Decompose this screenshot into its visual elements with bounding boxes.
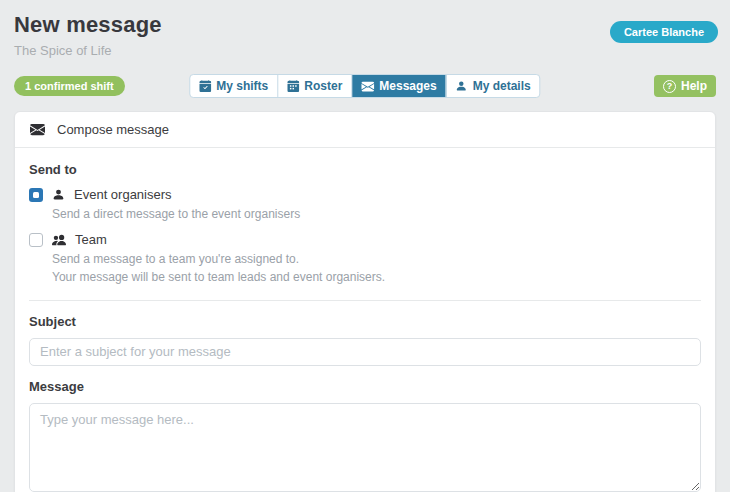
tab-label: My details: [473, 79, 531, 93]
help-label: Help: [681, 79, 707, 93]
option-description: Send a message to a team you're assigned…: [52, 251, 701, 267]
tab-bar: My shifts Roster Messages My details: [189, 74, 540, 98]
option-description: Send a direct message to the event organ…: [52, 206, 701, 222]
org-button[interactable]: Cartee Blanche: [610, 21, 718, 43]
person-icon: [456, 80, 468, 92]
message-textarea[interactable]: [29, 403, 701, 492]
section-divider: [29, 300, 701, 301]
subject-input[interactable]: [29, 338, 701, 366]
page: New message The Spice of Life Cartee Bla…: [0, 0, 730, 492]
option-label: Event organisers: [74, 187, 172, 202]
message-field-group: Message: [29, 379, 701, 492]
tab-label: My shifts: [216, 79, 268, 93]
tab-roster[interactable]: Roster: [278, 75, 352, 97]
option-row[interactable]: Team: [29, 232, 701, 247]
tab-my-details[interactable]: My details: [447, 75, 540, 97]
tab-messages[interactable]: Messages: [352, 75, 446, 97]
tab-my-shifts[interactable]: My shifts: [190, 75, 278, 97]
option-description: Your message will be sent to team leads …: [52, 269, 701, 285]
toolbar: 1 confirmed shift My shifts Roster Messa…: [14, 74, 716, 98]
compose-card-body: Send to Event organisers Send a direct m…: [15, 148, 715, 492]
subject-label: Subject: [29, 314, 701, 329]
team-checkbox[interactable]: [29, 233, 43, 247]
tab-label: Messages: [379, 79, 436, 93]
option-row[interactable]: Event organisers: [29, 187, 701, 202]
compose-card: Compose message Send to Event organisers…: [14, 111, 716, 492]
calendar-icon: [287, 80, 299, 92]
compose-header-label: Compose message: [57, 122, 169, 137]
question-circle-icon: ?: [663, 80, 676, 93]
envelope-icon: [30, 122, 45, 137]
confirmed-shift-badge: 1 confirmed shift: [14, 76, 125, 96]
page-subtitle: The Spice of Life: [14, 43, 716, 58]
envelope-icon: [361, 80, 374, 93]
send-to-label: Send to: [29, 162, 701, 177]
option-label: Team: [75, 232, 107, 247]
subject-field-group: Subject: [29, 314, 701, 366]
tab-label: Roster: [304, 79, 342, 93]
page-header: New message The Spice of Life Cartee Bla…: [14, 12, 716, 58]
event-organisers-checkbox[interactable]: [29, 188, 43, 202]
message-label: Message: [29, 379, 701, 394]
person-icon: [52, 188, 65, 201]
people-icon: [52, 233, 66, 247]
send-to-option-team: Team Send a message to a team you're ass…: [29, 232, 701, 285]
help-button[interactable]: ? Help: [654, 75, 716, 97]
send-to-option-event-organisers: Event organisers Send a direct message t…: [29, 187, 701, 222]
compose-card-header: Compose message: [15, 112, 715, 148]
calendar-check-icon: [199, 80, 211, 92]
